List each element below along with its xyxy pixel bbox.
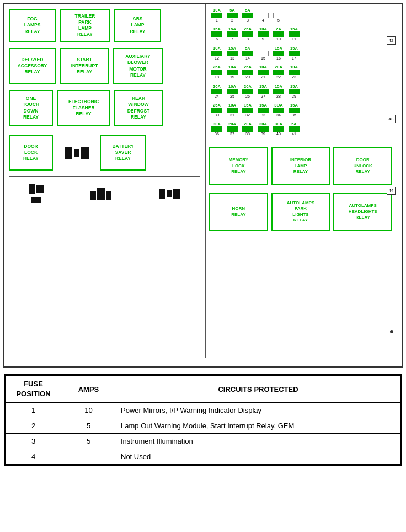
- fuses-area: 10A 5A 5A 1 2 3 4: [207, 4, 394, 358]
- fn-4: 4: [255, 18, 271, 23]
- start-interrupt-relay: START INTERRUPT RELAY: [60, 48, 109, 84]
- interior-lamp-relay: INTERIOR LAMP RELAY: [271, 147, 330, 185]
- fuse-table-section: FUSE POSITION AMPS CIRCUITS PROTECTED 1 …: [4, 374, 402, 466]
- relay-row-1: FOG LAMPS RELAY TRAILER PARK LAMP RELAY …: [4, 4, 205, 45]
- fc-5: [271, 8, 286, 18]
- fuse-row-3: 10A 15A 5A 15A 15A: [207, 45, 394, 56]
- connector-symbol-1: [57, 135, 96, 171]
- fuse-pos-3: 3: [6, 434, 61, 449]
- fuse-amps-4: —: [61, 449, 116, 465]
- cb6: [106, 191, 111, 200]
- cb3: [31, 197, 41, 203]
- fc-8: 25A: [240, 26, 255, 37]
- abs-lamp-relay: ABS LAMP RELAY: [114, 9, 161, 42]
- fn-5: 5: [271, 18, 286, 23]
- relay-row-4: DOOR LOCK RELAY BATTERY SAVER RELAY: [4, 129, 205, 176]
- fuse-row-7: 30A 20A 20A 30A 30A 5A: [207, 120, 394, 132]
- fuse-amps-2: 5: [61, 418, 116, 434]
- relays-area: FOG LAMPS RELAY TRAILER PARK LAMP RELAY …: [4, 4, 206, 358]
- rear-window-defrost-relay: REAR WINDOW DEFROST RELAY: [114, 90, 163, 126]
- fc-9: 10A: [255, 26, 271, 37]
- fuse-row-2: 15A 15A 25A 10A 2A 15A: [207, 25, 394, 37]
- fuse-5: [273, 13, 284, 18]
- fog-lamps-relay: FOG LAMPS RELAY: [9, 9, 56, 42]
- relay-row-3: ONE TOUCH DOWN RELAY ELECTRONIC FLASHER …: [4, 87, 205, 129]
- fc-4: [255, 8, 271, 18]
- cb4: [90, 191, 96, 200]
- conn-block-2: [74, 149, 79, 157]
- table-row: 1 10 Power Mirrors, I/P Warning Indicato…: [6, 403, 400, 418]
- fuse-row-4: 25A 10A 25A 10A 20A 10A: [207, 63, 394, 75]
- fn-3: 3: [240, 18, 255, 23]
- cb7: [159, 189, 165, 199]
- bottom-right-relays-2: HORN RELAY AUTOLAMPS PARK LIGHTS RELAY A…: [207, 189, 394, 235]
- delayed-accessory-relay: DELAYED ACCESSORY RELAY: [9, 48, 56, 84]
- fuse-pos-2: 2: [6, 418, 61, 434]
- door-lock-relay: DOOR LOCK RELAY: [9, 135, 53, 171]
- fuse-pos-1: 1: [6, 403, 61, 418]
- connector-icon-2: [90, 188, 111, 200]
- amp-4: [263, 8, 264, 13]
- fuse-pos-4: 4: [6, 449, 61, 465]
- fuse-nums-3: 12 13 14 15 16 17: [207, 56, 394, 62]
- autolamps-headlights-relay: AUTOLAMPS HEADLIGHTS RELAY: [333, 193, 392, 231]
- fuse-row-5: 20A 10A 20A 15A 15A 15A: [207, 83, 394, 94]
- fuse-circuits-3: Instrument Illumination: [116, 434, 400, 449]
- fuse-circuits-2: Lamp Out Warning Module, Start Interrupt…: [116, 418, 400, 434]
- fuse-3: [242, 13, 253, 18]
- header-fuse-position: FUSE POSITION: [6, 376, 61, 403]
- relay-row-2: DELAYED ACCESSORY RELAY START INTERRUPT …: [4, 45, 205, 87]
- conn-block-1: [65, 147, 72, 159]
- side-dot: [390, 330, 393, 333]
- cb5: [97, 188, 105, 200]
- fuse-1: [211, 13, 222, 18]
- memory-lock-relay: MEMORY LOCK RELAY: [209, 147, 268, 185]
- cb1: [29, 184, 35, 194]
- side-label-42: 42: [387, 36, 396, 45]
- fuse-nums-2: 6 7 8 9 10 11: [207, 37, 394, 43]
- table-row: 2 5 Lamp Out Warning Module, Start Inter…: [6, 418, 400, 434]
- fuse-circuits-4: Not Used: [116, 449, 400, 465]
- conn-block-3: [81, 147, 89, 159]
- trailer-park-lamp-relay: TRAILER PARK LAMP RELAY: [60, 9, 110, 42]
- amp-1: 10A: [213, 8, 221, 13]
- door-unlock-relay: DOOR UNLOCK RELAY: [333, 147, 392, 185]
- table-row: 3 5 Instrument Illumination: [6, 434, 400, 449]
- fuse-row-1: 10A 5A 5A: [207, 4, 394, 18]
- header-amps: AMPS: [61, 376, 116, 403]
- autolamps-park-lights-relay: AUTOLAMPS PARK LIGHTS RELAY: [271, 193, 330, 231]
- connector-icon-1: [29, 184, 44, 203]
- fuse-reference-table: FUSE POSITION AMPS CIRCUITS PROTECTED 1 …: [6, 375, 400, 465]
- relay-row-5: [4, 177, 205, 210]
- fn-1: 1: [209, 18, 225, 23]
- fuse-nums-7: 36 37 38 39 40 41: [207, 132, 394, 138]
- fc-1: 10A: [209, 8, 225, 18]
- battery-saver-relay: BATTERY SAVER RELAY: [100, 135, 146, 171]
- fc-2: 5A: [225, 8, 240, 18]
- fc-10: 2A: [271, 26, 286, 37]
- table-header-row: FUSE POSITION AMPS CIRCUITS PROTECTED: [6, 376, 400, 403]
- fuse-nums-6: 30 31 32 33 34 35: [207, 113, 394, 119]
- electronic-flasher-relay: ELECTRONIC FLASHER RELAY: [57, 90, 110, 126]
- fuse-2: [227, 13, 238, 18]
- connector-icon-3: [159, 189, 180, 199]
- fc-3: 5A: [240, 8, 255, 18]
- fuse-box-diagram: FOG LAMPS RELAY TRAILER PARK LAMP RELAY …: [3, 3, 403, 368]
- fuse-4: [258, 13, 269, 18]
- side-label-44: 44: [387, 187, 396, 195]
- amp-2: 5A: [229, 8, 235, 13]
- fc-11: 15A: [286, 26, 302, 37]
- bottom-right-relays-1: MEMORY LOCK RELAY INTERIOR LAMP RELAY DO…: [207, 143, 394, 189]
- fuse-nums-1: 1 2 3 4 5: [207, 18, 394, 24]
- fuse-amps-1: 10: [61, 403, 116, 418]
- fuse-nums-5: 24 25 26 27 28 29: [207, 94, 394, 100]
- amp-3: 5A: [245, 8, 250, 13]
- fn-2: 2: [225, 18, 240, 23]
- header-circuits: CIRCUITS PROTECTED: [116, 376, 400, 403]
- fuse-divider: [209, 141, 392, 141]
- cb9: [173, 189, 180, 199]
- fuse-row-6: 25A 10A 15A 15A 3OA 15A: [207, 102, 394, 113]
- horn-relay: HORN RELAY: [209, 193, 268, 231]
- one-touch-down-relay: ONE TOUCH DOWN RELAY: [9, 90, 53, 126]
- fuse-circuits-1: Power Mirrors, I/P Warning Indicator Dis…: [116, 403, 400, 418]
